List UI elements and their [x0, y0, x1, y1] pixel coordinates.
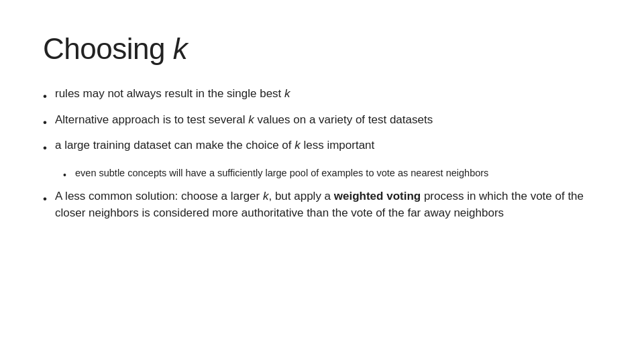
content-area: • rules may not always result in the sin…	[43, 86, 601, 222]
bullet-text-3: a large training dataset can make the ch…	[55, 137, 601, 154]
bullet-text-1: rules may not always result in the singl…	[55, 86, 601, 103]
bullet-dot-4: •	[43, 191, 48, 208]
bullet-dot-2: •	[43, 115, 48, 131]
bullet-dot-3: •	[43, 140, 48, 157]
bullet-dot-1: •	[43, 88, 48, 105]
bullet-item-2: • Alternative approach is to test severa…	[43, 112, 601, 131]
sub-bullet-dot-1: •	[63, 168, 68, 182]
bullet-item-4: • A less common solution: choose a large…	[43, 188, 601, 221]
slide: Choosing k • rules may not always result…	[0, 0, 644, 362]
slide-title: Choosing k	[43, 32, 601, 66]
sub-bullet-text-1: even subtle concepts will have a suffici…	[75, 166, 601, 180]
bullet-text-2: Alternative approach is to test several …	[55, 112, 601, 129]
bullet-item-3: • a large training dataset can make the …	[43, 137, 601, 157]
bullet-text-4: A less common solution: choose a larger …	[55, 188, 601, 221]
sub-bullet-item-1: • even subtle concepts will have a suffi…	[63, 166, 601, 182]
bullet-item-1: • rules may not always result in the sin…	[43, 86, 601, 105]
